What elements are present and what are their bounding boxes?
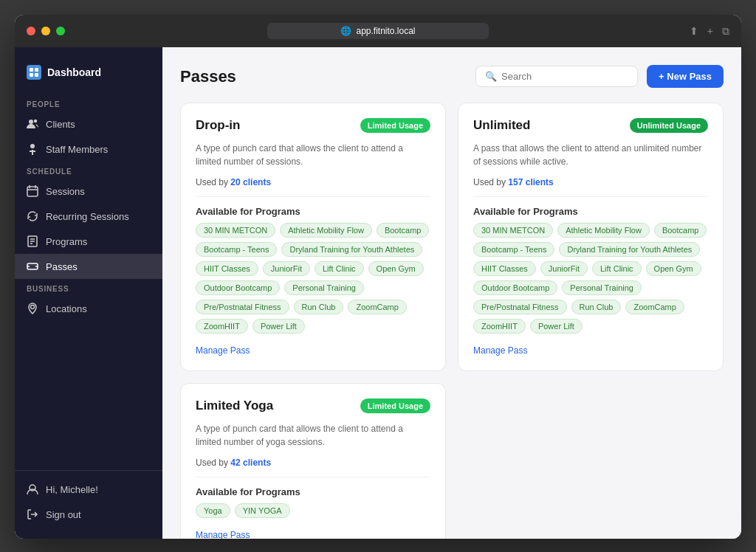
titlebar: 🌐 app.fitnito.local ⬆ + ⧉: [15, 15, 741, 47]
drop-in-desc: A type of punch card that allows the cli…: [196, 142, 430, 168]
yoga-tags: Yoga YIN YOGA: [196, 503, 430, 518]
maximize-button[interactable]: [56, 27, 65, 35]
minimize-button[interactable]: [41, 27, 50, 35]
unlimited-manage-link[interactable]: Manage Pass: [473, 345, 708, 356]
sidebar-item-signout[interactable]: Sign out: [15, 502, 162, 527]
close-button[interactable]: [27, 27, 35, 35]
yoga-programs: Available for Programs Yoga YIN YOGA: [196, 486, 430, 518]
tag: ZoomHIIT: [473, 319, 526, 334]
tag: HIIT Classes: [196, 261, 258, 276]
yoga-manage-link[interactable]: Manage Pass: [196, 530, 430, 539]
unlimited-client-count[interactable]: 157 clients: [508, 177, 553, 187]
tag: JuniorFit: [540, 261, 588, 276]
schedule-section-label: SCHEDULE: [15, 162, 162, 179]
sidebar-item-clients[interactable]: Clients: [15, 111, 162, 137]
tag: Power Lift: [530, 319, 583, 334]
tag: Athletic Mobility Flow: [280, 223, 372, 238]
unlimited-title: Unlimited: [473, 118, 530, 133]
tag: Outdoor Bootcamp: [473, 280, 557, 295]
people-section-label: PEOPLE: [15, 94, 162, 111]
passes-grid: Drop-in Limited Usage A type of punch ca…: [180, 103, 724, 539]
clients-label: Clients: [46, 119, 75, 130]
svg-rect-1: [35, 68, 38, 72]
signout-icon: [27, 508, 38, 520]
url-bar[interactable]: 🌐 app.fitnito.local: [267, 23, 489, 39]
search-icon: 🔍: [485, 71, 497, 82]
unlimited-used-by: Used by 157 clients: [473, 177, 708, 187]
user-greeting: Hi, Michelle!: [46, 484, 98, 495]
drop-in-used-by: Used by 20 clients: [196, 177, 430, 187]
logo-icon: [27, 65, 41, 80]
pass-card-unlimited: Unlimited Unlimited Usage A pass that al…: [458, 103, 724, 371]
new-pass-button[interactable]: + New Pass: [647, 65, 724, 88]
user-icon: [27, 483, 38, 495]
drop-in-tags: 30 MIN METCON Athletic Mobility Flow Boo…: [196, 223, 430, 334]
card-header-unlimited: Unlimited Unlimited Usage: [473, 118, 708, 133]
svg-rect-2: [30, 73, 33, 77]
sidebar-item-locations[interactable]: Locations: [15, 296, 162, 321]
tag: Yoga: [196, 503, 230, 518]
new-tab-icon[interactable]: +: [707, 25, 713, 37]
tag: Bootcamp - Teens: [473, 242, 554, 257]
tag: JuniorFit: [263, 261, 310, 276]
titlebar-right: ⬆ + ⧉: [690, 25, 729, 38]
sidebar-logo[interactable]: Dashboard: [15, 59, 162, 94]
svg-point-6: [30, 144, 35, 148]
sidebar-item-recurring[interactable]: Recurring Sessions: [15, 204, 162, 229]
tag: Outdoor Bootcamp: [196, 280, 280, 295]
header-right: 🔍 + New Pass: [475, 65, 724, 88]
business-section-label: BUSINESS: [15, 279, 162, 296]
sidebar-item-staff[interactable]: Staff Members: [15, 137, 162, 162]
drop-in-title: Drop-in: [196, 118, 240, 133]
main-content: Passes 🔍 + New Pass Drop-in Limited Usag…: [162, 47, 741, 539]
titlebar-center: 🌐 app.fitnito.local: [267, 23, 489, 39]
recurring-label: Recurring Sessions: [46, 211, 129, 222]
unlimited-tags: 30 MIN METCON Athletic Mobility Flow Boo…: [473, 223, 708, 334]
locations-icon: [27, 303, 38, 314]
drop-in-client-count[interactable]: 20 clients: [230, 177, 271, 187]
tag: Open Gym: [646, 261, 701, 276]
sidebar: Dashboard PEOPLE Clients Staff Members S…: [15, 47, 162, 539]
search-input[interactable]: [501, 71, 628, 82]
svg-rect-3: [35, 73, 38, 77]
card-header-drop-in: Drop-in Limited Usage: [196, 118, 430, 133]
share-icon[interactable]: ⬆: [690, 25, 698, 37]
tag: Bootcamp: [654, 223, 707, 238]
sidebar-item-sessions[interactable]: Sessions: [15, 179, 162, 204]
unlimited-programs: Available for Programs 30 MIN METCON Ath…: [473, 206, 708, 334]
tag: HIIT Classes: [473, 261, 536, 276]
tag: YIN YOGA: [235, 503, 290, 518]
drop-in-badge: Limited Usage: [360, 118, 430, 133]
tag: Run Club: [294, 300, 344, 314]
yoga-badge: Limited Usage: [360, 399, 430, 413]
sidebar-item-passes[interactable]: Passes: [15, 254, 162, 279]
card-header-yoga: Limited Yoga Limited Usage: [196, 399, 430, 413]
svg-point-5: [34, 120, 37, 123]
staff-label: Staff Members: [46, 144, 108, 155]
sessions-label: Sessions: [46, 186, 85, 197]
tag: Power Lift: [252, 319, 305, 334]
drop-in-manage-link[interactable]: Manage Pass: [196, 345, 430, 356]
yoga-title: Limited Yoga: [196, 399, 273, 413]
sidebar-item-programs[interactable]: Programs: [15, 229, 162, 254]
staff-icon: [27, 143, 38, 155]
drop-in-programs: Available for Programs 30 MIN METCON Ath…: [196, 206, 430, 334]
programs-label: Programs: [46, 236, 87, 247]
signout-label: Sign out: [46, 509, 81, 520]
tag: Bootcamp - Teens: [196, 242, 277, 257]
unlimited-divider: [473, 196, 708, 197]
tag: Pre/Postnatal Fitness: [196, 300, 289, 314]
tag: Run Club: [571, 300, 622, 314]
search-bar[interactable]: 🔍: [475, 66, 638, 87]
yoga-divider: [196, 477, 430, 477]
svg-rect-0: [30, 68, 33, 72]
drop-in-programs-title: Available for Programs: [196, 206, 430, 217]
tabs-icon[interactable]: ⧉: [722, 25, 729, 38]
svg-point-4: [29, 120, 33, 124]
tag: Lift Clinic: [592, 261, 642, 276]
passes-icon: [27, 261, 38, 272]
dashboard-label: Dashboard: [47, 66, 101, 78]
favicon-icon: 🌐: [340, 26, 351, 36]
yoga-client-count[interactable]: 42 clients: [230, 458, 271, 468]
sidebar-item-user[interactable]: Hi, Michelle!: [15, 477, 162, 502]
